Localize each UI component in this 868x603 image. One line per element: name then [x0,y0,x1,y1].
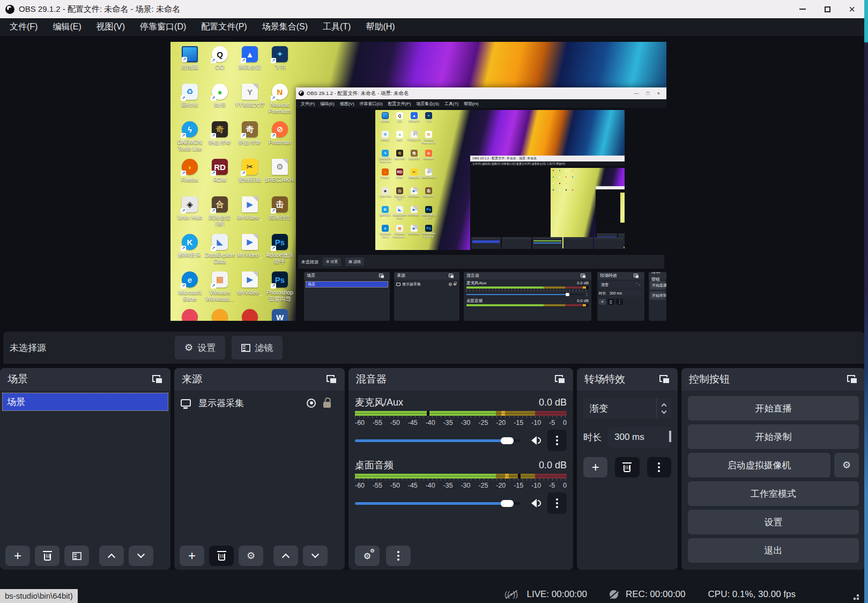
obs-main-window: OBS 29.1.2 - 配置文件: 未命名 - 场景: 未命名 × 文件(F)… [0,0,868,603]
popup-window-icon[interactable] [847,375,858,384]
scene-up-button[interactable] [99,546,124,566]
desktop-icon: ✂↗蜜蜂剪辑 [235,159,265,183]
captured-filters-button: ▤ 滤镜 [345,258,364,266]
unlock-icon[interactable] [323,402,331,408]
add-scene-button[interactable]: + [5,546,30,566]
menu-item: 工具(T) [442,101,461,107]
popup-window-icon[interactable] [555,375,566,384]
close-button[interactable]: × [840,0,864,18]
desktop-icon: ⚙$RECJ4KH... [265,159,295,183]
desktop-icon: ▶MyVideo_ [235,234,265,258]
desktop-icon: ↗ [175,309,205,321]
minimize-button[interactable] [790,0,815,18]
scene-down-button[interactable] [129,546,153,566]
desktop-icon: NNavicat Premium 15 [421,131,436,144]
maximize-button[interactable] [815,0,840,18]
captured-obs-title: OBS 29.1.2 - 配置文件: 未命名 - 场景: 未命名 [307,90,409,97]
desktop-icon: Q↗QQ [205,46,235,70]
source-up-button[interactable] [273,546,298,566]
scenes-dock: 场景 场景 + [0,368,170,570]
docks-row: 场景 场景 + 来源 显示器采集 [0,368,865,570]
filter-icon [72,552,81,560]
mixer-title: 混音器 [356,372,387,386]
control-button-2[interactable]: 启动虚拟摄像机 [688,453,830,477]
obs-logo-icon [5,5,14,14]
remove-scene-button[interactable] [35,546,60,566]
menu-item[interactable]: 文件(F) [2,21,45,33]
menu-item[interactable]: 场景集合(S) [255,21,315,33]
menu-item[interactable]: 停靠窗口(D) [132,21,194,33]
scenes-dock-header: 场景 [0,368,170,391]
speaker-icon[interactable] [527,436,541,445]
mixer-menu-button[interactable] [386,546,411,566]
transition-select-spinner[interactable] [656,398,671,418]
duration-spinbox[interactable]: 300 ms [608,427,671,447]
control-button-0[interactable]: 开始直播 [688,396,859,421]
desktop-icon: 奇↗热血传奇 [205,121,235,145]
channel-name: 麦克风/Aux [355,396,403,409]
visibility-eye-icon[interactable] [307,399,316,408]
menu-item[interactable]: 配置文件(P) [194,21,254,33]
sources-list: 显示器采集 [174,391,345,542]
record-status-icon [610,590,618,599]
menu-item[interactable]: 帮助(H) [358,21,402,33]
popup-window-icon[interactable] [327,375,337,384]
kebab-icon [658,462,660,465]
kebab-icon [556,498,558,501]
desktop-icon: ϟ↗DAEMON Tools Lite [175,121,205,152]
source-down-button[interactable] [303,546,328,566]
transitions-title: 转场特效 [584,372,625,386]
control-button-3[interactable]: 工作室模式 [688,481,859,506]
remove-source-button[interactable] [209,546,234,566]
menu-item: 配置文件(P) [385,101,414,107]
menu-item[interactable]: 视图(V) [89,21,132,33]
chevron-up-icon [108,554,115,561]
sources-toolbar: + ⚙ [174,542,345,570]
speaker-icon[interactable] [527,499,541,508]
channel-menu-button[interactable] [547,492,567,514]
control-button-5[interactable]: 退出 [688,538,859,563]
source-properties-label: 设置 [197,342,216,354]
captured-desktop-icons-level2: 此电脑QQQ▲腾讯会议✦飞书♻回收站●微信YYY游戏大厅NNavicat Pre… [378,112,438,249]
virtual-camera-settings-button[interactable]: ⚙ [834,453,859,477]
gear-icon: ⚙ [184,343,193,352]
popup-window-icon[interactable] [152,375,163,384]
transition-select[interactable]: 渐变 [583,398,671,418]
channel-menu-button[interactable] [547,430,567,451]
scene-list-item[interactable]: 场景 [2,393,168,411]
volume-slider[interactable] [355,502,521,505]
menu-item[interactable]: 编辑(E) [45,21,88,33]
duration-spinner[interactable] [669,432,671,443]
menu-item[interactable]: 工具(T) [315,21,358,33]
slider-handle[interactable] [501,500,514,507]
desktop-icon: ✦↗飞书 [265,46,295,70]
control-button-1[interactable]: 开始录制 [688,424,859,449]
menubar: 文件(F)编辑(E)视图(V)停靠窗口(D)配置文件(P)场景集合(S)工具(T… [0,18,864,36]
resize-grip[interactable] [852,593,859,600]
display-capture-icon [181,399,191,407]
menu-item: 帮助(H) [461,101,481,107]
popup-window-icon[interactable] [659,375,670,384]
add-transition-button[interactable]: + [583,457,607,477]
volume-slider[interactable] [355,439,521,442]
source-properties-button[interactable]: ⚙ 设置 [175,336,225,359]
captured-desktop-icons: ↗此电脑Q↗QQ▲↗腾讯会议✦↗飞书♻↗回收站●↗微信YYY游戏大厅N↗Navi… [175,46,299,321]
captured-obs-window: OBS 29.1.2 - 配置文件: 未命名 - 场景: 未命名 — □ × 文… [296,87,666,321]
desktop-icon: ⚙$RECJ4KH... [421,168,436,179]
add-source-button[interactable]: + [180,546,204,566]
channel-db-value: 0.0 dB [539,460,567,471]
scene-filters-button[interactable] [64,546,89,566]
source-list-item[interactable]: 显示器采集 [174,391,345,415]
source-filters-button[interactable]: 滤镜 [232,336,283,359]
transition-menu-button[interactable] [647,457,671,477]
scenes-toolbar: + [0,542,170,570]
preview-canvas[interactable]: ↗此电脑Q↗QQ▲↗腾讯会议✦↗飞书♻↗回收站●↗微信YYY游戏大厅N↗Navi… [170,42,666,321]
source-properties-toolbar-button[interactable]: ⚙ [239,546,263,566]
desktop-icon: ◗Firefox [378,168,392,179]
desktop-icon: 合四海合击[周] [392,187,407,201]
advanced-audio-button[interactable]: ⚙ [355,546,380,566]
meter-tick-labels: -60-55-50-45-40-35-30-25-20-15-10-50 [355,481,567,489]
remove-transition-button[interactable] [615,457,639,477]
control-button-4[interactable]: 设置 [688,510,859,534]
slider-handle[interactable] [501,437,514,444]
